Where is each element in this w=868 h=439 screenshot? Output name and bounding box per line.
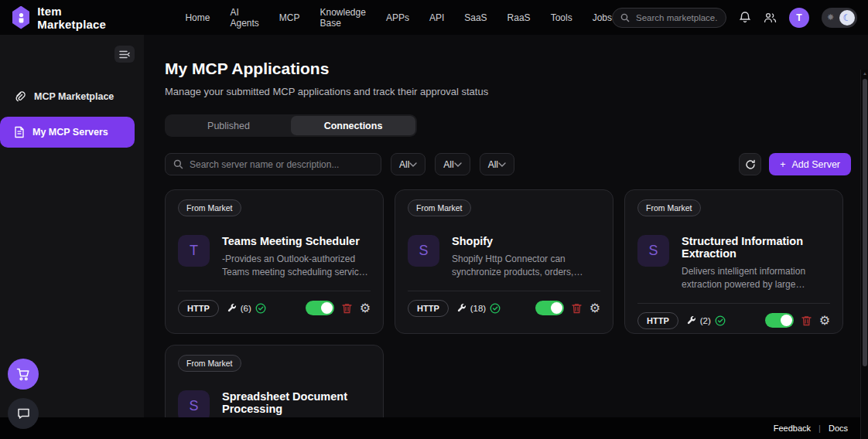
trash-icon [801,315,812,326]
sidebar-collapse-button[interactable] [114,46,135,63]
card-divider [178,291,371,291]
server-avatar: S [637,235,669,267]
filter-dropdown[interactable]: All [391,153,425,175]
search-icon [173,159,183,169]
feedback-link[interactable]: Feedback [774,424,811,433]
top-nav-link[interactable]: APPs [386,12,409,23]
top-nav-link[interactable]: API [429,12,444,23]
tab-bar: Published Connections [165,114,417,137]
gear-icon: ⚙ [819,315,830,327]
top-nav-link[interactable]: RaaS [507,12,531,23]
document-icon [14,126,25,138]
enabled-toggle[interactable] [765,313,794,328]
dropdown-value: All [443,159,453,170]
sun-icon: ✸ [827,12,834,22]
top-nav-link[interactable]: Knowledge Base [320,7,365,29]
scrollbar-thumb[interactable] [863,79,867,366]
status-check-icon [490,303,501,314]
settings-button[interactable]: ⚙ [819,315,830,327]
from-market-badge: From Market [178,199,241,216]
chat-icon [17,407,30,420]
dropdown-value: All [399,159,409,170]
refresh-button[interactable] [739,153,761,175]
chevron-down-icon [498,162,506,167]
user-avatar[interactable]: T [789,8,809,28]
scroll-up-arrow[interactable]: ▲ [861,71,868,76]
server-card: From Market S Structured Information Ext… [624,189,843,334]
filter-dropdown[interactable]: All [435,153,470,175]
server-title[interactable]: Shopify [452,235,600,247]
enabled-toggle[interactable] [535,301,564,315]
delete-button[interactable] [342,303,352,314]
settings-button[interactable]: ⚙ [360,302,371,315]
chat-fab[interactable] [8,398,39,429]
server-search[interactable] [165,153,381,175]
marketplace-search[interactable] [612,8,726,28]
card-divider [408,291,600,291]
mcp-logo-icon [14,90,26,103]
top-nav-link[interactable]: AI Agents [230,7,258,29]
tab[interactable]: Connections [291,116,415,135]
server-avatar: T [178,235,210,267]
server-cards-grid: From Market T Teams Meeting Scheduler -P… [165,189,851,439]
top-nav-link[interactable]: MCP [279,12,300,23]
filter-dropdown[interactable]: All [480,153,514,175]
search-icon [620,13,630,22]
refresh-icon [745,159,756,170]
sidebar-item-label: MCP Marketplace [34,91,114,102]
server-card: From Market S Shopify Shopify Http Conne… [395,189,613,334]
brand[interactable]: Item Marketplace [12,5,114,31]
users-icon [764,12,777,23]
filter-dropdowns: All All All [391,153,514,175]
add-server-button[interactable]: + Add Server [769,153,851,175]
server-title[interactable]: Structured Information Extraction [682,235,830,260]
server-description: -Provides an Outlook-authorized Teams me… [222,253,371,280]
sidebar-menu: MCP Marketplace My MCP Servers [0,81,138,148]
page-title: My MCP Applications [165,60,851,78]
wrench-icon [227,303,237,313]
tab[interactable]: Published [166,116,291,135]
sidebar-item-label: My MCP Servers [32,127,108,138]
status-check-icon [255,303,266,314]
chevron-down-icon [409,162,417,167]
footer-separator: | [818,424,821,433]
docs-link[interactable]: Docs [829,424,848,433]
page-subtitle: Manage your submitted MCP applications a… [165,86,851,97]
chevron-down-icon [454,162,462,167]
server-search-input[interactable] [190,159,373,170]
dropdown-value: All [488,159,498,170]
top-nav-link[interactable]: SaaS [464,12,487,23]
top-nav-link[interactable]: Tools [551,12,572,23]
server-title[interactable]: Spreadsheet Document Processing [222,390,371,415]
trash-icon [572,303,582,314]
sidebar-item[interactable]: MCP Marketplace [0,81,138,112]
add-server-label: Add Server [791,159,840,170]
top-nav-link[interactable]: Home [185,12,210,23]
marketplace-search-input[interactable] [636,13,718,22]
vertical-scrollbar[interactable]: ▲ ▼ [860,70,868,439]
theme-toggle[interactable]: ✸ ☾ [822,8,857,28]
server-title[interactable]: Teams Meeting Scheduler [222,235,371,247]
delete-button[interactable] [572,303,582,314]
from-market-badge: From Market [637,199,701,216]
topbar: Item Marketplace Home AI Agents MCP Know… [0,0,868,35]
protocol-badge: HTTP [408,300,449,317]
top-navigation: Home AI Agents MCP Knowledge Base APPs A… [185,7,612,29]
sidebar-item[interactable]: My MCP Servers [0,117,135,148]
server-card: From Market T Teams Meeting Scheduler -P… [165,189,384,334]
cart-fab[interactable] [8,359,39,390]
delete-button[interactable] [801,315,812,326]
top-nav-link[interactable]: Jobs [593,12,612,23]
users-button[interactable] [764,12,777,23]
brand-name: Item Marketplace [37,5,114,31]
notifications-button[interactable] [739,11,751,24]
plus-icon: + [780,159,785,170]
wrench-icon [686,315,696,325]
from-market-badge: From Market [408,199,471,216]
enabled-toggle[interactable] [306,301,334,315]
settings-button[interactable]: ⚙ [589,302,600,315]
from-market-badge: From Market [178,355,241,372]
bell-icon [739,11,751,24]
tools-count: (2) [700,316,711,325]
tools-count: (18) [470,304,486,313]
